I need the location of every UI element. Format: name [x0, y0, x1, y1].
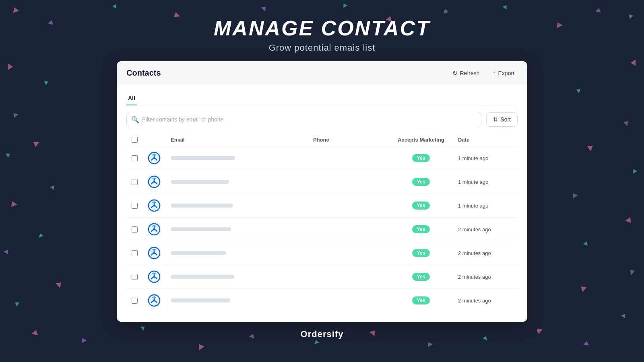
table-row: Yes1 minute ago [126, 170, 518, 194]
avatar-icon [147, 246, 161, 260]
card-title: Contacts [126, 68, 161, 78]
row-phone-cell [308, 218, 389, 241]
avatar-icon [147, 199, 161, 212]
sort-label: Sort [500, 116, 511, 123]
row-checkbox[interactable] [132, 203, 138, 209]
row-checkbox-cell [126, 194, 142, 218]
row-checkbox[interactable] [132, 155, 138, 161]
row-checkbox[interactable] [132, 250, 138, 256]
footer-brand: Ordersify [301, 329, 344, 339]
row-date-cell: 2 minutes ago [453, 265, 518, 289]
avatar-icon [147, 222, 161, 236]
row-checkbox-cell [126, 170, 142, 194]
row-phone-cell [308, 194, 389, 218]
date-text: 2 minutes ago [458, 274, 491, 280]
row-marketing-cell: Yes [389, 194, 453, 218]
row-email-cell [166, 170, 308, 194]
table-header-row: Email Phone Accepts Marketing Date [126, 134, 518, 146]
table-row: Yes1 minute ago [126, 146, 518, 170]
search-sort-row: 🔍 ⇅ Sort [126, 112, 518, 127]
row-marketing-cell: Yes [389, 241, 453, 265]
row-avatar-cell [142, 289, 166, 313]
row-checkbox-cell [126, 146, 142, 170]
table-row: Yes2 minutes ago [126, 218, 518, 241]
header-date: Date [453, 134, 518, 146]
date-text: 2 minutes ago [458, 226, 491, 232]
row-checkbox[interactable] [132, 226, 138, 232]
row-phone-cell [308, 146, 389, 170]
search-icon: 🔍 [131, 116, 139, 123]
date-text: 1 minute ago [458, 203, 488, 209]
row-checkbox-cell [126, 241, 142, 265]
avatar-icon [147, 294, 161, 307]
row-date-cell: 2 minutes ago [453, 289, 518, 313]
row-checkbox-cell [126, 218, 142, 241]
email-placeholder [171, 227, 231, 231]
refresh-button[interactable]: ↻ Refresh [449, 68, 483, 78]
row-date-cell: 1 minute ago [453, 170, 518, 194]
row-checkbox[interactable] [132, 298, 138, 304]
tabs-row: All [126, 91, 518, 105]
table-row: Yes2 minutes ago [126, 265, 518, 289]
refresh-label: Refresh [460, 70, 480, 76]
card-actions: ↻ Refresh ↑ Export [449, 68, 518, 78]
row-avatar-cell [142, 170, 166, 194]
row-marketing-cell: Yes [389, 218, 453, 241]
row-email-cell [166, 218, 308, 241]
row-avatar-cell [142, 146, 166, 170]
row-avatar-cell [142, 218, 166, 241]
date-text: 2 minutes ago [458, 250, 491, 256]
table-row: Yes1 minute ago [126, 194, 518, 218]
export-label: Export [498, 70, 514, 76]
row-phone-cell [308, 289, 389, 313]
yes-badge: Yes [412, 202, 430, 210]
yes-badge: Yes [412, 225, 430, 233]
tab-all[interactable]: All [126, 92, 137, 105]
export-icon: ↑ [493, 70, 496, 77]
avatar-icon [147, 270, 161, 284]
search-input[interactable] [126, 112, 481, 127]
export-button[interactable]: ↑ Export [489, 68, 518, 78]
refresh-icon: ↻ [452, 69, 458, 77]
select-all-checkbox[interactable] [132, 137, 138, 143]
header-area: MANAGE CONTACT Grow potential emais list [214, 16, 430, 53]
row-checkbox-cell [126, 265, 142, 289]
yes-badge: Yes [412, 154, 430, 162]
yes-badge: Yes [412, 296, 430, 304]
row-checkbox-cell [126, 289, 142, 313]
email-placeholder [171, 180, 229, 184]
row-marketing-cell: Yes [389, 289, 453, 313]
header-avatar-cell [142, 134, 166, 146]
contacts-card: Contacts ↻ Refresh ↑ Export All 🔍 ⇅ [117, 61, 527, 322]
yes-badge: Yes [412, 178, 430, 186]
yes-badge: Yes [412, 273, 430, 281]
date-text: 1 minute ago [458, 155, 488, 161]
row-date-cell: 1 minute ago [453, 146, 518, 170]
row-avatar-cell [142, 241, 166, 265]
row-checkbox[interactable] [132, 274, 138, 280]
row-avatar-cell [142, 265, 166, 289]
row-avatar-cell [142, 194, 166, 218]
row-marketing-cell: Yes [389, 170, 453, 194]
contacts-table: Email Phone Accepts Marketing Date [126, 134, 518, 312]
row-phone-cell [308, 265, 389, 289]
date-text: 2 minutes ago [458, 298, 491, 304]
row-checkbox[interactable] [132, 179, 138, 185]
email-placeholder [171, 275, 234, 279]
sort-icon: ⇅ [493, 116, 498, 123]
header-marketing: Accepts Marketing [389, 134, 453, 146]
table-row: Yes2 minutes ago [126, 289, 518, 313]
page-main-title: MANAGE CONTACT [214, 16, 430, 40]
row-date-cell: 2 minutes ago [453, 241, 518, 265]
header-phone: Phone [308, 134, 389, 146]
row-marketing-cell: Yes [389, 146, 453, 170]
row-marketing-cell: Yes [389, 265, 453, 289]
search-wrap: 🔍 [126, 112, 481, 127]
yes-badge: Yes [412, 249, 430, 257]
header-email: Email [166, 134, 308, 146]
row-email-cell [166, 241, 308, 265]
sort-button[interactable]: ⇅ Sort [486, 112, 518, 127]
row-email-cell [166, 289, 308, 313]
email-placeholder [171, 156, 235, 160]
table-body: Yes1 minute ago Yes1 minute ago Yes1 min… [126, 146, 518, 313]
